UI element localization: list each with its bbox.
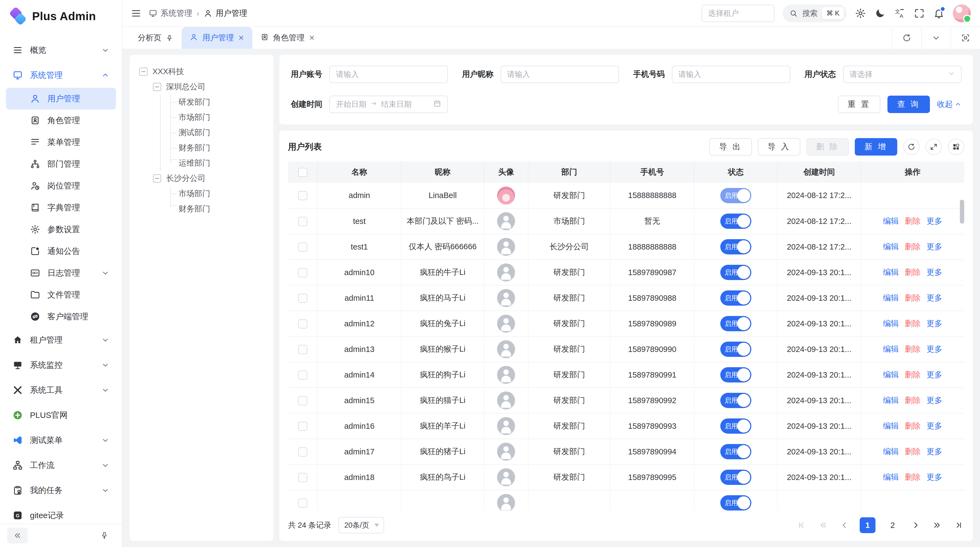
tree-node-研发部门[interactable]: 研发部门	[137, 94, 266, 110]
last-page-button[interactable]	[952, 519, 964, 531]
delete-link[interactable]: 删除	[905, 344, 921, 353]
column-settings-button[interactable]	[948, 139, 964, 155]
close-icon[interactable]: ✕	[238, 34, 244, 42]
sidebar-item-17[interactable]: 测试菜单	[6, 428, 116, 453]
phone-input[interactable]: 请输入	[672, 65, 790, 83]
tree-node-市场部门[interactable]: 市场部门	[137, 186, 266, 201]
account-input[interactable]: 请输入	[329, 65, 448, 83]
content-fullscreen-button[interactable]	[951, 27, 980, 49]
more-link[interactable]: 更多	[927, 293, 942, 302]
status-toggle[interactable]: 启用	[720, 214, 751, 229]
status-toggle[interactable]: 启用	[720, 341, 751, 357]
sidebar-item-14[interactable]: 系统监控	[6, 352, 116, 378]
tenant-select-input[interactable]: 选择租户	[702, 5, 775, 22]
status-toggle[interactable]: 启用	[720, 393, 751, 408]
next-page-button[interactable]	[910, 519, 922, 531]
sidebar-item-10[interactable]: DEV日志管理	[6, 262, 116, 284]
delete-link[interactable]: 删除	[905, 319, 921, 328]
sidebar-item-11[interactable]: 文件管理	[6, 284, 116, 306]
delete-link[interactable]: 删除	[905, 242, 921, 251]
edit-link[interactable]: 编辑	[883, 447, 899, 456]
import-button[interactable]: 导 入	[758, 138, 800, 156]
more-link[interactable]: 更多	[927, 319, 942, 328]
sidebar-item-20[interactable]: Ggitee记录	[6, 503, 116, 523]
more-link[interactable]: 更多	[927, 421, 942, 430]
delete-button[interactable]: 删 除	[806, 138, 849, 156]
reset-button[interactable]: 重 置	[838, 96, 880, 113]
tree-collapse-icon[interactable]	[153, 83, 161, 91]
tab-1[interactable]: 用户管理✕	[181, 27, 252, 49]
breadcrumb-item-user[interactable]: 用户管理	[204, 8, 247, 19]
row-checkbox[interactable]	[298, 422, 307, 431]
logo[interactable]: Plus Admin	[0, 0, 122, 33]
notifications-bell-icon[interactable]	[933, 8, 945, 19]
user-avatar[interactable]	[953, 4, 971, 22]
more-link[interactable]: 更多	[927, 217, 942, 225]
table-fullscreen-button[interactable]	[926, 139, 942, 155]
row-checkbox[interactable]	[298, 345, 307, 354]
global-search[interactable]: 搜索 ⌘ K	[783, 4, 846, 22]
edit-link[interactable]: 编辑	[883, 396, 899, 405]
sidebar-item-12[interactable]: 客户端管理	[6, 306, 116, 327]
edit-link[interactable]: 编辑	[883, 421, 899, 430]
row-checkbox[interactable]	[298, 268, 307, 277]
sidebar-item-7[interactable]: 字典管理	[6, 197, 116, 218]
status-toggle[interactable]: 启用	[720, 367, 751, 383]
edit-link[interactable]: 编辑	[883, 370, 899, 379]
sidebar-item-13[interactable]: 租户管理	[6, 327, 116, 352]
sidebar-item-18[interactable]: 工作流	[6, 453, 116, 478]
status-toggle[interactable]: 启用	[720, 444, 751, 459]
tree-node-XXX科技[interactable]: XXX科技	[137, 64, 266, 79]
sidebar-item-4[interactable]: 菜单管理	[6, 131, 116, 153]
status-toggle[interactable]: 启用	[720, 239, 751, 254]
tree-node-测试部门[interactable]: 测试部门	[137, 125, 266, 140]
status-toggle[interactable]: 启用	[720, 418, 751, 434]
row-checkbox[interactable]	[298, 499, 307, 508]
status-toggle[interactable]: 启用	[720, 265, 751, 280]
tree-node-财务部门[interactable]: 财务部门	[137, 140, 266, 156]
status-toggle[interactable]: 启用	[720, 316, 751, 331]
edit-link[interactable]: 编辑	[883, 319, 899, 328]
status-toggle[interactable]: 启用	[720, 470, 751, 485]
more-link[interactable]: 更多	[927, 344, 942, 353]
delete-link[interactable]: 删除	[905, 447, 921, 456]
edit-link[interactable]: 编辑	[883, 242, 899, 251]
sidebar-item-8[interactable]: 参数设置	[6, 218, 116, 240]
sidebar-collapse-button[interactable]	[7, 528, 28, 544]
sidebar-item-1[interactable]: 系统管理	[6, 63, 116, 88]
edit-link[interactable]: 编辑	[883, 344, 899, 353]
delete-link[interactable]: 删除	[905, 217, 921, 225]
row-checkbox[interactable]	[298, 370, 307, 380]
edit-link[interactable]: 编辑	[883, 217, 899, 225]
breadcrumb-item-system[interactable]: 系统管理	[149, 8, 192, 19]
row-checkbox[interactable]	[298, 242, 307, 252]
tab-2[interactable]: 角色管理✕	[252, 27, 323, 49]
prev-page-button[interactable]	[838, 519, 850, 531]
more-link[interactable]: 更多	[927, 268, 942, 276]
tab-0[interactable]: 分析页	[130, 27, 181, 49]
add-button[interactable]: 新 增	[855, 138, 897, 156]
edit-link[interactable]: 编辑	[883, 473, 899, 482]
status-toggle[interactable]: 启用	[720, 495, 751, 510]
row-checkbox[interactable]	[298, 293, 307, 303]
delete-link[interactable]: 删除	[905, 473, 921, 482]
delete-link[interactable]: 删除	[905, 268, 921, 276]
nickname-input[interactable]: 请输入	[501, 65, 619, 83]
page-size-select[interactable]: 20条/页	[338, 517, 384, 533]
language-icon[interactable]: 文A	[894, 8, 905, 19]
row-checkbox[interactable]	[298, 217, 307, 226]
forward-pages-button[interactable]	[931, 519, 943, 531]
sidebar-item-6[interactable]: 岗位管理	[6, 175, 116, 197]
close-icon[interactable]: ✕	[309, 34, 315, 42]
pin-icon[interactable]	[166, 34, 173, 41]
first-page-button[interactable]	[796, 519, 808, 531]
row-checkbox[interactable]	[298, 473, 307, 482]
back-pages-button[interactable]	[817, 519, 829, 531]
page-button-1[interactable]: 1	[860, 517, 875, 533]
table-refresh-button[interactable]	[903, 139, 920, 155]
tab-refresh-button[interactable]	[892, 27, 921, 49]
sidebar-item-5[interactable]: 部门管理	[6, 153, 116, 175]
fullscreen-icon[interactable]	[913, 8, 925, 19]
sidebar-pin-button[interactable]	[94, 528, 115, 544]
sidebar-item-0[interactable]: 概览	[6, 38, 116, 63]
